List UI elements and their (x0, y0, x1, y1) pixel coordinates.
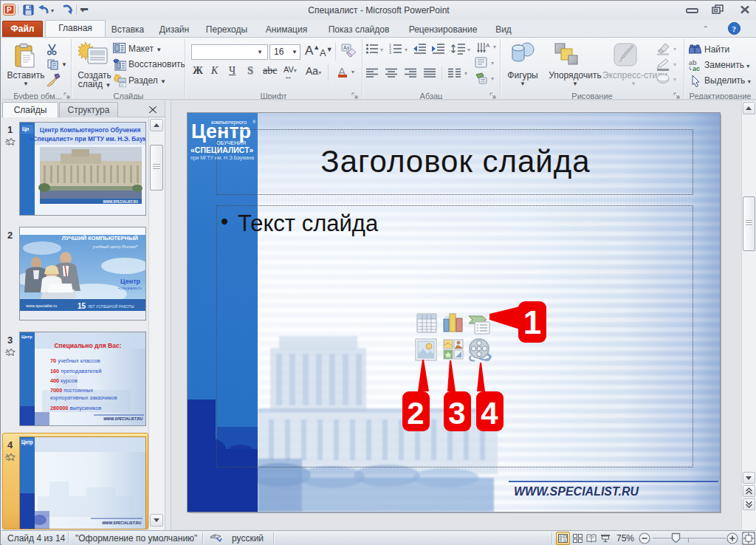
svg-text:ЛЕТ УСПЕШНОЙ РАБОТЫ: ЛЕТ УСПЕШНОЙ РАБОТЫ (88, 304, 134, 309)
svg-text:3: 3 (448, 396, 465, 431)
svg-text:260000 выпускников: 260000 выпускников (50, 405, 101, 411)
svg-text:2: 2 (407, 396, 424, 431)
svg-text:1: 1 (523, 304, 541, 340)
svg-text:3: 3 (389, 50, 391, 55)
svg-text:«СПЕЦИАЛИСТ»: «СПЕЦИАЛИСТ» (118, 287, 142, 290)
svg-text:4: 4 (481, 396, 498, 431)
svg-text:400 курсов: 400 курсов (50, 377, 78, 384)
svg-text:Аз: Аз (343, 45, 349, 50)
svg-text:WWW.SPECIALIST.RU: WWW.SPECIALIST.RU (103, 417, 142, 421)
svg-text:корпоративных заказчиков: корпоративных заказчиков (50, 394, 117, 401)
svg-text:ac: ac (693, 65, 700, 72)
svg-text:Цн: Цн (22, 126, 29, 132)
svg-text:Специально для Вас:: Специально для Вас: (54, 342, 121, 349)
svg-text:ЛУЧШИЙ КОМПЬЮТЕРНЫЙ: ЛУЧШИЙ КОМПЬЮТЕРНЫЙ (62, 235, 138, 241)
svg-text:A: A (486, 42, 490, 49)
svg-text:7000 постоянных: 7000 постоянных (50, 387, 93, 394)
svg-text:160 преподавателей: 160 преподавателей (50, 368, 102, 374)
svg-text:www.specialist.ru: www.specialist.ru (25, 304, 57, 308)
svg-text:Цнтр: Цнтр (21, 439, 33, 445)
svg-text:70 учебных классов: 70 учебных классов (50, 357, 100, 364)
svg-text:15: 15 (78, 302, 86, 310)
svg-text:Центр Компьютерного Обучения: Центр Компьютерного Обучения (40, 126, 141, 134)
svg-text:WWW.SPECIALIST.RU: WWW.SPECIALIST.RU (102, 521, 141, 525)
svg-text:P: P (7, 6, 12, 14)
svg-text:WWW.SPECIALIST.RU: WWW.SPECIALIST.RU (103, 200, 139, 204)
svg-text:учебный центр России!*: учебный центр России!* (93, 244, 139, 249)
svg-text:?: ? (732, 24, 737, 33)
svg-text:Центр: Центр (120, 278, 141, 285)
svg-text:«Специалист» при МГТУ им. Н.: «Специалист» при МГТУ им. Н.Э. Баума (30, 135, 145, 143)
svg-text:Цнтр: Цнтр (21, 335, 32, 339)
